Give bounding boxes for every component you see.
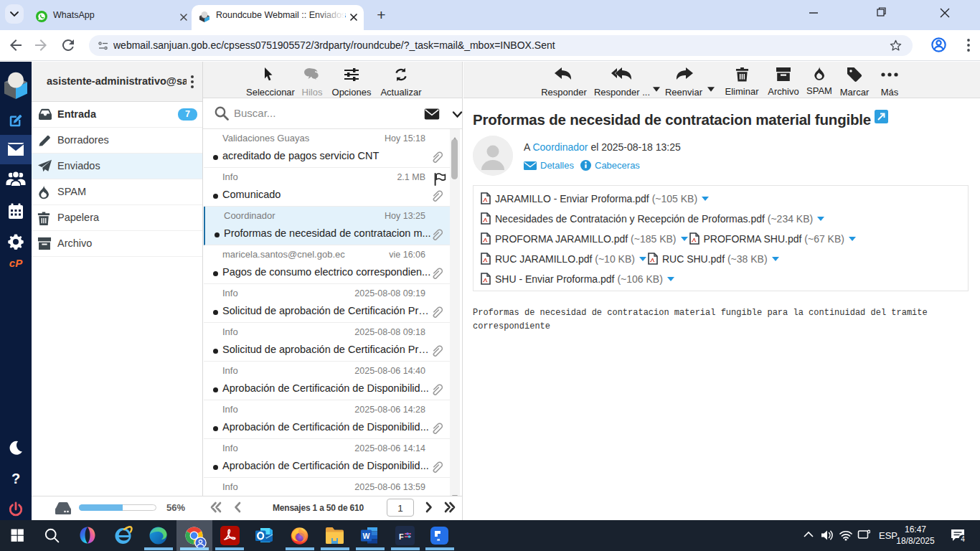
svg-text:W: W xyxy=(363,532,370,540)
svg-text:4: 4 xyxy=(961,535,965,543)
svg-text:F: F xyxy=(399,532,404,541)
